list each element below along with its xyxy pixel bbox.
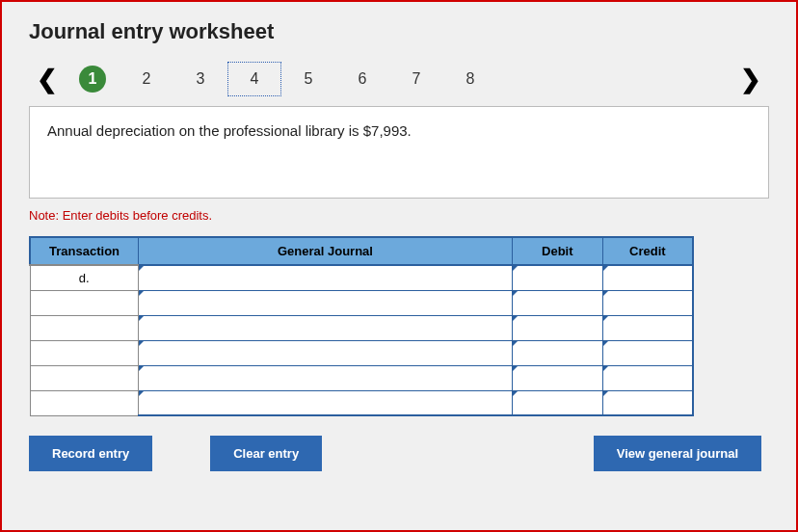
cell-debit[interactable] xyxy=(512,265,602,290)
cell-debit[interactable] xyxy=(512,290,602,315)
cell-transaction[interactable]: d. xyxy=(30,265,139,290)
step-2[interactable]: 2 xyxy=(120,62,173,96)
step-8[interactable]: 8 xyxy=(443,62,497,96)
header-credit: Credit xyxy=(602,237,693,265)
step-4-label: 4 xyxy=(251,70,259,88)
cell-credit[interactable] xyxy=(602,365,693,390)
cell-transaction[interactable] xyxy=(30,340,139,365)
prompt-box: Annual depreciation on the professional … xyxy=(29,106,769,199)
journal-table: Transaction General Journal Debit Credit… xyxy=(29,236,694,416)
step-6-label: 6 xyxy=(359,70,367,88)
page-title: Journal entry worksheet xyxy=(29,19,769,44)
cell-general-journal[interactable] xyxy=(139,340,513,365)
cell-credit[interactable] xyxy=(602,315,693,340)
cell-debit[interactable] xyxy=(512,365,602,390)
step-1-label: 1 xyxy=(79,66,106,93)
table-row xyxy=(30,390,693,415)
cell-credit[interactable] xyxy=(602,340,693,365)
cell-general-journal[interactable] xyxy=(139,315,513,340)
note-text: Note: Enter debits before credits. xyxy=(29,208,769,223)
step-7-label: 7 xyxy=(412,70,421,88)
next-arrow-icon[interactable]: ❯ xyxy=(732,65,769,94)
step-pager: ❮ 1 2 3 4 5 6 7 8 ❯ xyxy=(29,62,769,96)
cell-general-journal[interactable] xyxy=(139,390,513,415)
cell-debit[interactable] xyxy=(512,340,602,365)
step-1[interactable]: 1 xyxy=(66,62,120,96)
cell-transaction[interactable] xyxy=(30,365,139,390)
table-row xyxy=(30,315,693,340)
header-general-journal: General Journal xyxy=(139,237,513,265)
cell-debit[interactable] xyxy=(512,390,602,415)
cell-credit[interactable] xyxy=(602,290,693,315)
cell-general-journal[interactable] xyxy=(139,265,513,290)
cell-credit[interactable] xyxy=(602,265,693,290)
prev-arrow-icon[interactable]: ❮ xyxy=(29,65,66,94)
worksheet-container: Journal entry worksheet ❮ 1 2 3 4 5 6 7 … xyxy=(0,0,798,532)
view-general-journal-button[interactable]: View general journal xyxy=(594,436,761,471)
step-3-label: 3 xyxy=(197,70,205,88)
table-row xyxy=(30,290,693,315)
clear-entry-button[interactable]: Clear entry xyxy=(210,436,322,471)
cell-general-journal[interactable] xyxy=(139,290,513,315)
prompt-text: Annual depreciation on the professional … xyxy=(47,122,412,139)
step-8-label: 8 xyxy=(466,70,475,88)
step-5-label: 5 xyxy=(305,70,313,88)
step-5[interactable]: 5 xyxy=(281,62,335,96)
step-2-label: 2 xyxy=(143,70,151,88)
button-row: Record entry Clear entry View general jo… xyxy=(29,436,761,471)
header-transaction: Transaction xyxy=(30,237,139,265)
cell-transaction[interactable] xyxy=(30,390,139,415)
record-entry-button[interactable]: Record entry xyxy=(29,436,152,471)
table-row xyxy=(30,340,693,365)
header-debit: Debit xyxy=(512,237,602,265)
step-6[interactable]: 6 xyxy=(335,62,389,96)
step-7[interactable]: 7 xyxy=(389,62,443,96)
cell-general-journal[interactable] xyxy=(139,365,513,390)
step-4[interactable]: 4 xyxy=(227,62,281,96)
table-row xyxy=(30,365,693,390)
cell-transaction[interactable] xyxy=(30,315,139,340)
cell-debit[interactable] xyxy=(512,315,602,340)
step-3[interactable]: 3 xyxy=(173,62,227,96)
table-row: d. xyxy=(30,265,693,290)
cell-credit[interactable] xyxy=(602,390,693,415)
cell-transaction[interactable] xyxy=(30,290,139,315)
